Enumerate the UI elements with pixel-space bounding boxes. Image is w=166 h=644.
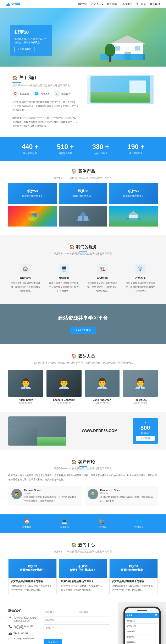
feature-2: 💻 企业网站 bbox=[60, 518, 69, 529]
service-text-4: 这里是服务介绍的简短文字说明，简明扼要的介绍您的服务内容和优势。 bbox=[126, 281, 156, 293]
hero-title: 织梦58 bbox=[14, 29, 48, 35]
contact-item-2: 📞 4000-123-321 / 010-12345678 bbox=[8, 624, 37, 630]
news-card-img-text-1: 织梦58做最好的织梦模板！ bbox=[19, 564, 46, 572]
team-name-1: Adam Smith bbox=[8, 398, 43, 402]
contact-address-icon: 📍 bbox=[8, 616, 12, 620]
stat-num-1: 440 + bbox=[22, 143, 39, 150]
nav-home[interactable]: 网站首页 bbox=[78, 2, 87, 6]
phone-menu-item-1[interactable]: 网站首页 bbox=[125, 618, 159, 624]
hero-cta-button[interactable]: 立即咨询我们 bbox=[14, 47, 34, 52]
products-grid: 织梦58 做最好的织梦模板！ 织梦58 做最好的织梦模板！ 织梦58 做最好的织… bbox=[8, 183, 158, 226]
services-title-block: 🏠 我们的服务 织梦58——一款优秀的响应式企业网站建设学习平台 bbox=[8, 237, 158, 258]
nav-products[interactable]: 产品介绍 ▾ bbox=[91, 2, 103, 6]
promo-consult-button[interactable]: 立即咨询 bbox=[136, 436, 155, 441]
building-icon bbox=[75, 210, 91, 222]
promo-house-img bbox=[8, 416, 66, 446]
service-title-2: 网站策划 bbox=[49, 276, 79, 280]
service-icon-1: 🏠 bbox=[20, 264, 31, 274]
about-title-icon: 🏠 bbox=[12, 75, 18, 80]
features-bar: 🏠 织梦模板 💻 企业网站 🏗️ 工程建设 🌐 在线服务 bbox=[0, 514, 166, 533]
team-photo-inner-2: 👨‍💼 bbox=[46, 370, 82, 397]
news-card-img-3: 织梦58做最好的织梦模板！ bbox=[110, 559, 158, 578]
nav-news[interactable]: 新闻中心 bbox=[122, 2, 132, 6]
service-4: 📡 在线服务 这里是服务介绍的简短文字说明，简明扼要的介绍您的服务内容和优势。 bbox=[123, 261, 158, 296]
about-image-inner bbox=[90, 76, 150, 102]
news-card-text-1: 织梦58专注于企业网站建设分享学习平台，分享各种热门行业的网站模板。 bbox=[10, 584, 54, 592]
service-icon-3: 🏗️ bbox=[97, 264, 107, 274]
about-icon-2: 🌐 网络技术 bbox=[33, 90, 50, 97]
nav-logo[interactable]: 众途网 bbox=[6, 2, 20, 6]
news-card-3[interactable]: 织梦58做最好的织梦模板！ 织梦58是最好的建站学习平台 织梦58专注于企业网站… bbox=[109, 559, 158, 594]
contact-name-input[interactable] bbox=[44, 609, 76, 615]
testimonial-content-1: Thomas Shaw Lawyer 非常感谢织梦58提供的优质模板，让我们的网… bbox=[24, 489, 79, 503]
news-card-title-2: 织梦58是最好的建站学习平台 bbox=[61, 580, 105, 583]
phone-menu-item-3[interactable]: 案例中心 bbox=[125, 629, 159, 634]
contact-submit-button[interactable]: 提交留言 bbox=[44, 638, 62, 644]
product-card-2[interactable]: 织梦58 做最好的织梦模板！ bbox=[59, 183, 107, 204]
product-card-3[interactable]: 织梦58 做最好的织梦模板！ bbox=[109, 183, 158, 204]
svg-rect-5 bbox=[78, 216, 82, 221]
nav-solutions[interactable]: 解决方案 ▾ bbox=[107, 2, 119, 6]
contact-message-input[interactable] bbox=[44, 624, 110, 637]
contact-form-area: 提交留言 bbox=[44, 609, 110, 644]
house-window-left bbox=[115, 46, 120, 50]
phone-menu-item-4[interactable]: 新闻中心 bbox=[125, 634, 159, 640]
promo-house-upper bbox=[8, 428, 37, 446]
promo-house-grass bbox=[37, 437, 66, 446]
about-heading: 🏠 关于我们 bbox=[12, 75, 79, 80]
product-img-colorful bbox=[8, 206, 57, 226]
nav-links: 网站首页 产品介绍 ▾ 解决方案 ▾ 新闻中心 关于我们 联系我们 bbox=[78, 2, 160, 6]
news-card-2[interactable]: 织梦58做最好的织梦模板！ 织梦58是最好的建站学习平台 织梦58专注于企业网站… bbox=[59, 559, 107, 594]
testimonial-name-1: Thomas Shaw bbox=[24, 489, 79, 492]
services-title-icon: 🏠 bbox=[69, 244, 75, 250]
feature-1: 🏠 织梦模板 bbox=[22, 518, 32, 529]
product-card-text-3: 织梦58 做最好的织梦模板！ bbox=[121, 187, 146, 200]
promo-price-unit: 起/套/月 bbox=[136, 431, 155, 434]
banner-title: 建站资源共享学习平台 bbox=[8, 315, 158, 322]
team-section: 🏠 团队人员 我们的团队非常出色，能帮助您解决各类问题，期待与您合作，帮助您快速… bbox=[0, 344, 166, 412]
mobile-preview-section: 众途网 ☰ 网站首页 产品介绍 ▶ 案例中心 新闻中心 联系我们 bbox=[118, 602, 166, 644]
team-title-icon: 🏠 bbox=[71, 354, 77, 358]
about-left: 🏠 关于我们 织梦58——一款优秀的响应式企业网站建设学习平台 🏠 房屋建筑 🌐… bbox=[12, 75, 79, 128]
banner-cta-button[interactable]: 立即联系我们 bbox=[70, 326, 96, 334]
phone-speaker bbox=[137, 610, 147, 611]
about-subtitle: 织梦58——一款优秀的响应式企业网站建设学习平台 bbox=[12, 84, 79, 87]
contact-title: 联系我们 bbox=[8, 609, 37, 613]
contact-fax: 010-87654321 bbox=[13, 632, 28, 634]
phone-menu-item-2[interactable]: 产品介绍 ▶ bbox=[125, 624, 159, 629]
news-card-1[interactable]: 织梦58做最好的织梦模板！ 织梦58是最好的建站学习平台 织梦58专注于企业网站… bbox=[8, 559, 57, 594]
product-card-bg-2: 织梦58 做最好的织梦模板！ bbox=[59, 183, 107, 204]
phone-nav: 众途网 ☰ bbox=[125, 613, 159, 618]
about-text2: 织梦58专注于网站建设分享学习平台，分享各种热门行业的网站建设模板，帮助大家快速… bbox=[12, 116, 79, 128]
product-card-4[interactable] bbox=[8, 206, 57, 226]
team-grid: 👨‍💼 Adam Smith Expert Agent 👨‍💼 Leonard … bbox=[8, 370, 158, 404]
nav-about[interactable]: 关于我们 bbox=[136, 2, 146, 6]
product-card-bg-1: 织梦58 做最好的织梦模板！ bbox=[8, 183, 57, 204]
product-card-text-1: 织梦58 做最好的织梦模板！ bbox=[20, 187, 45, 200]
contact-section: 联系我们 📍 北京市朝阳区某某街道某某大厦1001室 📞 4000-123-32… bbox=[0, 602, 118, 644]
product-card-5[interactable] bbox=[59, 206, 107, 226]
contact-email-input[interactable] bbox=[78, 609, 110, 615]
stat-1: 440 + 完成项目数量 bbox=[22, 143, 39, 155]
news-card-img-text-3: 织梦58做最好的织梦模板！ bbox=[120, 564, 147, 572]
team-member-2: 👨‍💼 Leonard Gonzalez Expert Agent bbox=[46, 370, 82, 404]
phone-nav-menu-icon[interactable]: ☰ bbox=[155, 614, 158, 617]
contact-phone-input[interactable] bbox=[44, 616, 110, 623]
team-photo-inner-4: 👨‍💼 bbox=[123, 370, 158, 397]
resort-icon bbox=[125, 210, 142, 222]
nav-contact[interactable]: 联系我们 bbox=[150, 2, 160, 6]
feature-label-2: 企业网站 bbox=[60, 526, 69, 529]
icon-house: 🏠 bbox=[12, 90, 19, 97]
news-grid: 织梦58做最好的织梦模板！ 织梦58是最好的建站学习平台 织梦58专注于企业网站… bbox=[8, 559, 158, 594]
phone-menu-item-5[interactable]: 联系我们 bbox=[125, 640, 159, 644]
news-card-body-1: 织梦58是最好的建站学习平台 织梦58专注于企业网站建设分享学习平台，分享各种热… bbox=[8, 578, 56, 594]
phone-nav-logo: 众途网 bbox=[127, 614, 132, 617]
contact-item-1: 📍 北京市朝阳区某某街道某某大厦1001室 bbox=[8, 616, 37, 622]
promo-price-label: ¥ bbox=[136, 421, 155, 424]
service-icon-4: 📡 bbox=[136, 264, 146, 274]
product-card-6[interactable] bbox=[109, 206, 158, 226]
contact-form: 提交留言 bbox=[44, 609, 110, 644]
contact-address: 北京市朝阳区某某街道某某大厦1001室 bbox=[13, 616, 37, 622]
contact-email-icon: ✉️ bbox=[8, 637, 12, 641]
product-card-1[interactable]: 织梦58 做最好的织梦模板！ bbox=[8, 183, 57, 204]
